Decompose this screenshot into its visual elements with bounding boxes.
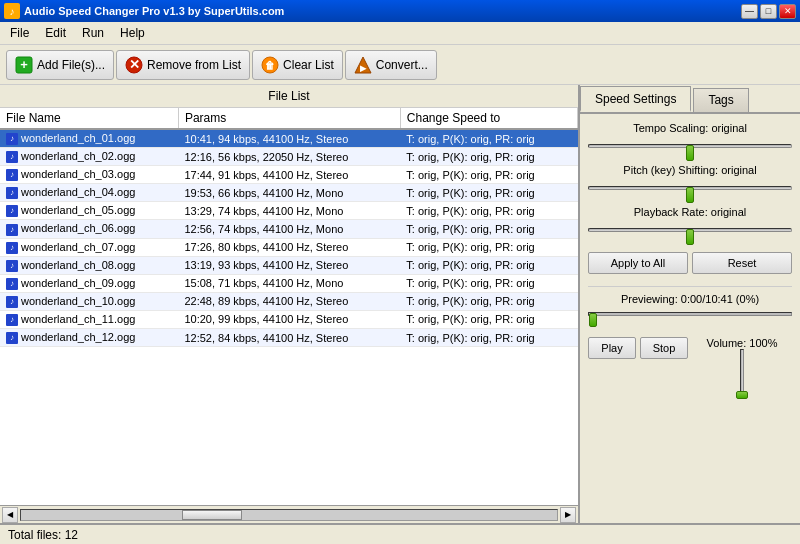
close-button[interactable]: ✕ <box>779 4 796 19</box>
cell-filename: ♪wonderland_ch_03.ogg <box>0 166 178 184</box>
menu-edit[interactable]: Edit <box>39 24 72 42</box>
reset-button[interactable]: Reset <box>692 252 792 274</box>
preview-slider[interactable] <box>588 307 792 321</box>
table-row[interactable]: ♪wonderland_ch_10.ogg22:48, 89 kbps, 441… <box>0 292 578 310</box>
tempo-slider-container[interactable] <box>588 136 792 156</box>
table-row[interactable]: ♪wonderland_ch_06.ogg12:56, 74 kbps, 441… <box>0 220 578 238</box>
file-list-title: File List <box>0 85 578 108</box>
cell-params: 12:52, 84 kbps, 44100 Hz, Stereo <box>178 329 400 347</box>
cell-filename: ♪wonderland_ch_11.ogg <box>0 310 178 328</box>
svg-text:✕: ✕ <box>129 57 140 72</box>
menu-help[interactable]: Help <box>114 24 151 42</box>
pitch-slider-thumb[interactable] <box>686 187 694 203</box>
apply-reset-row: Apply to All Reset <box>588 248 792 278</box>
scroll-right-arrow[interactable]: ▶ <box>560 507 576 523</box>
tempo-label: Tempo Scaling: original <box>588 122 792 134</box>
file-icon: ♪ <box>6 332 18 344</box>
playback-rate-group: Playback Rate: original <box>588 206 792 240</box>
play-stop-buttons: Play Stop <box>588 337 688 359</box>
cell-filename: ♪wonderland_ch_01.ogg <box>0 129 178 148</box>
cell-filename: ♪wonderland_ch_12.ogg <box>0 329 178 347</box>
file-icon: ♪ <box>6 296 18 308</box>
title-bar: ♪ Audio Speed Changer Pro v1.3 by SuperU… <box>0 0 800 22</box>
tab-speed-settings[interactable]: Speed Settings <box>580 86 691 112</box>
cell-speed: T: orig, P(K): orig, PR: orig <box>400 129 577 148</box>
horizontal-scrollbar[interactable]: ◀ ▶ <box>0 505 578 523</box>
speed-settings-panel: Tempo Scaling: original Pitch (key) Shif… <box>580 114 800 407</box>
table-row[interactable]: ♪wonderland_ch_07.ogg17:26, 80 kbps, 441… <box>0 238 578 256</box>
volume-thumb[interactable] <box>736 391 748 399</box>
file-icon: ♪ <box>6 169 18 181</box>
file-list-panel: File List File Name Params Change Speed … <box>0 85 580 523</box>
cell-params: 15:08, 71 kbps, 44100 Hz, Mono <box>178 274 400 292</box>
add-files-button[interactable]: + Add File(s)... <box>6 50 114 80</box>
cell-params: 22:48, 89 kbps, 44100 Hz, Stereo <box>178 292 400 310</box>
file-icon: ♪ <box>6 242 18 254</box>
add-icon: + <box>15 56 33 74</box>
table-row[interactable]: ♪wonderland_ch_02.ogg12:16, 56 kbps, 220… <box>0 148 578 166</box>
cell-speed: T: orig, P(K): orig, PR: orig <box>400 274 577 292</box>
menu-bar: File Edit Run Help <box>0 22 800 45</box>
right-panel: Speed Settings Tags Tempo Scaling: origi… <box>580 85 800 523</box>
playback-slider-thumb[interactable] <box>686 229 694 245</box>
cell-filename: ♪wonderland_ch_05.ogg <box>0 202 178 220</box>
table-row[interactable]: ♪wonderland_ch_05.ogg13:29, 74 kbps, 441… <box>0 202 578 220</box>
scroll-thumb[interactable] <box>182 510 242 520</box>
tempo-slider-track <box>588 144 792 148</box>
cell-filename: ♪wonderland_ch_02.ogg <box>0 148 178 166</box>
file-icon: ♪ <box>6 278 18 290</box>
table-row[interactable]: ♪wonderland_ch_01.ogg10:41, 94 kbps, 441… <box>0 129 578 148</box>
menu-file[interactable]: File <box>4 24 35 42</box>
table-row[interactable]: ♪wonderland_ch_12.ogg12:52, 84 kbps, 441… <box>0 329 578 347</box>
minimize-button[interactable]: — <box>741 4 758 19</box>
total-files-label: Total files: 12 <box>8 528 78 542</box>
preview-thumb[interactable] <box>589 313 597 327</box>
status-bar: Total files: 12 <box>0 523 800 544</box>
remove-from-list-button[interactable]: ✕ Remove from List <box>116 50 250 80</box>
title-bar-left: ♪ Audio Speed Changer Pro v1.3 by SuperU… <box>4 3 284 19</box>
remove-icon: ✕ <box>125 56 143 74</box>
scroll-left-arrow[interactable]: ◀ <box>2 507 18 523</box>
file-icon: ♪ <box>6 314 18 326</box>
cell-speed: T: orig, P(K): orig, PR: orig <box>400 256 577 274</box>
file-icon: ♪ <box>6 224 18 236</box>
table-row[interactable]: ♪wonderland_ch_09.ogg15:08, 71 kbps, 441… <box>0 274 578 292</box>
playback-slider-container[interactable] <box>588 220 792 240</box>
tabs-row: Speed Settings Tags <box>580 85 800 114</box>
table-row[interactable]: ♪wonderland_ch_11.ogg10:20, 99 kbps, 441… <box>0 310 578 328</box>
cell-params: 12:56, 74 kbps, 44100 Hz, Mono <box>178 220 400 238</box>
table-row[interactable]: ♪wonderland_ch_08.ogg13:19, 93 kbps, 441… <box>0 256 578 274</box>
table-row[interactable]: ♪wonderland_ch_04.ogg19:53, 66 kbps, 441… <box>0 184 578 202</box>
stop-button[interactable]: Stop <box>640 337 688 359</box>
table-row[interactable]: ♪wonderland_ch_03.ogg17:44, 91 kbps, 441… <box>0 166 578 184</box>
file-icon: ♪ <box>6 187 18 199</box>
clear-icon: 🗑 <box>261 56 279 74</box>
col-filename: File Name <box>0 108 178 129</box>
clear-list-label: Clear List <box>283 58 334 72</box>
play-button[interactable]: Play <box>588 337 636 359</box>
menu-run[interactable]: Run <box>76 24 110 42</box>
cell-params: 10:41, 94 kbps, 44100 Hz, Stereo <box>178 129 400 148</box>
cell-params: 10:20, 99 kbps, 44100 Hz, Stereo <box>178 310 400 328</box>
cell-filename: ♪wonderland_ch_09.ogg <box>0 274 178 292</box>
cell-params: 17:44, 91 kbps, 44100 Hz, Stereo <box>178 166 400 184</box>
file-icon: ♪ <box>6 205 18 217</box>
preview-section: Previewing: 0:00/10:41 (0%) <box>588 286 792 325</box>
volume-label: Volume: 100% <box>707 337 778 349</box>
col-params: Params <box>178 108 400 129</box>
tempo-scaling-group: Tempo Scaling: original <box>588 122 792 156</box>
pitch-shifting-group: Pitch (key) Shifting: original <box>588 164 792 198</box>
tempo-slider-thumb[interactable] <box>686 145 694 161</box>
maximize-button[interactable]: □ <box>760 4 777 19</box>
apply-to-all-button[interactable]: Apply to All <box>588 252 688 274</box>
tab-tags[interactable]: Tags <box>693 88 748 112</box>
pitch-slider-container[interactable] <box>588 178 792 198</box>
cell-params: 13:29, 74 kbps, 44100 Hz, Mono <box>178 202 400 220</box>
clear-list-button[interactable]: 🗑 Clear List <box>252 50 343 80</box>
convert-button[interactable]: ▶ Convert... <box>345 50 437 80</box>
toolbar: + Add File(s)... ✕ Remove from List 🗑 Cl… <box>0 45 800 85</box>
file-icon: ♪ <box>6 133 18 145</box>
scroll-track[interactable] <box>20 509 558 521</box>
playback-label: Playback Rate: original <box>588 206 792 218</box>
volume-slider[interactable] <box>736 349 748 399</box>
